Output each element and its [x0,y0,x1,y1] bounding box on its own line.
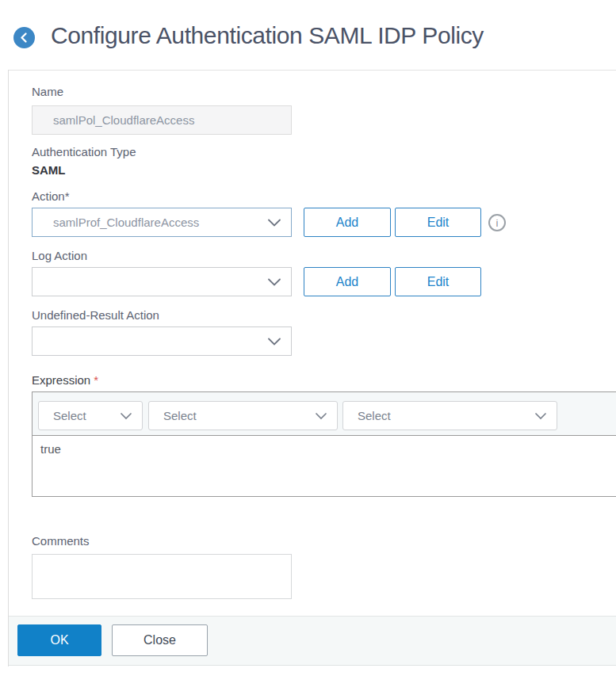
header-divider [8,70,616,71]
expression-select-2-value: Select [163,409,197,422]
expression-select-3-value: Select [358,409,391,422]
chevron-down-icon [267,218,281,227]
chevron-down-icon [315,412,327,420]
back-button[interactable] [13,27,35,48]
auth-type-value: SAML [32,163,66,177]
action-edit-button[interactable]: Edit [395,208,481,237]
ok-button[interactable]: OK [17,624,101,656]
chevron-down-icon [267,337,281,346]
configure-saml-idp-policy-dialog: Configure Authentication SAML IDP Policy… [0,0,616,695]
info-icon[interactable]: i [488,214,506,231]
action-select-value: samlProf_CloudflareAccess [53,216,199,229]
page-title: Configure Authentication SAML IDP Policy [51,22,484,49]
expression-select-3[interactable]: Select [342,401,557,430]
log-action-add-button[interactable]: Add [304,267,391,296]
name-input [32,105,292,135]
expression-select-1[interactable]: Select [38,401,143,430]
log-action-label: Log Action [32,249,87,262]
undefined-result-action-label: Undefined-Result Action [32,308,159,322]
chevron-down-icon [267,277,281,286]
expression-label: Expression* [32,373,98,387]
expression-select-2[interactable]: Select [148,401,338,430]
info-icon-glyph: i [496,217,499,229]
arrow-left-icon [18,32,30,44]
expression-editor: true [32,436,616,497]
action-add-button[interactable]: Add [304,208,391,237]
log-action-select[interactable] [32,267,292,296]
action-label: Action* [32,189,70,203]
undefined-result-action-select[interactable] [32,326,292,356]
panel-left-border [8,70,9,666]
name-label: Name [32,85,63,98]
required-asterisk: * [94,373,98,387]
comments-textarea[interactable] [32,554,292,599]
log-action-edit-button[interactable]: Edit [395,267,481,296]
expression-select-1-value: Select [53,409,86,422]
expression-textarea[interactable]: true [33,436,616,496]
close-button[interactable]: Close [112,624,208,656]
comments-label: Comments [32,534,90,548]
chevron-down-icon [120,412,132,420]
auth-type-label: Authentication Type [32,145,136,158]
action-select[interactable]: samlProf_CloudflareAccess [32,208,292,237]
chevron-down-icon [534,412,547,420]
